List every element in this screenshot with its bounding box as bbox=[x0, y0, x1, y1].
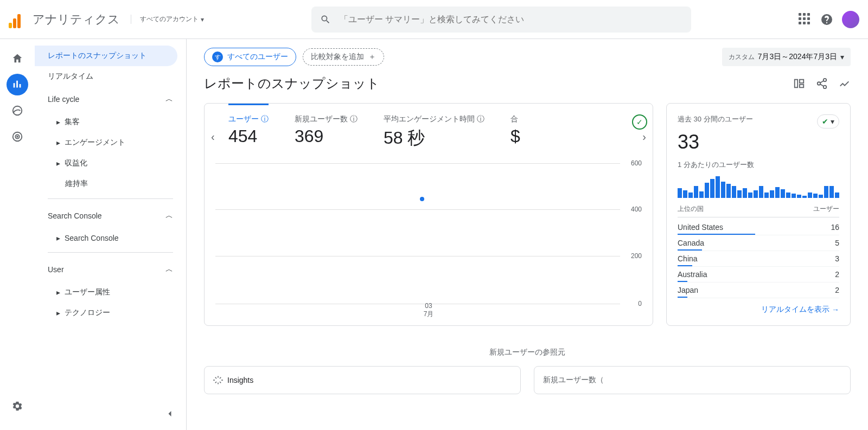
nav-monetization[interactable]: ▸収益化 bbox=[35, 153, 186, 174]
nav-section-lifecycle[interactable]: Life cycle ︿ bbox=[35, 87, 186, 112]
svg-rect-5 bbox=[800, 80, 803, 83]
spark-bar bbox=[802, 196, 807, 198]
country-name: China bbox=[678, 254, 698, 263]
col-country: 上位の国 bbox=[678, 204, 704, 214]
svg-point-9 bbox=[824, 86, 827, 89]
prev-metric-button[interactable]: ‹ bbox=[211, 131, 215, 143]
spark-bar bbox=[726, 184, 731, 198]
country-row: Japan2 bbox=[678, 283, 839, 298]
search-box[interactable] bbox=[311, 7, 691, 33]
spark-bar bbox=[819, 195, 823, 198]
spark-bar bbox=[781, 189, 785, 198]
report-sidebar: レポートのスナップショット リアルタイム Life cycle ︿ ▸集客 ▸エ… bbox=[35, 39, 187, 430]
realtime-view-link[interactable]: リアルタイムを表示 → bbox=[678, 305, 839, 315]
next-metric-button[interactable]: › bbox=[642, 131, 646, 143]
apps-grid-icon[interactable] bbox=[799, 13, 812, 26]
data-point bbox=[420, 197, 424, 201]
spark-bar bbox=[797, 195, 801, 198]
nav-realtime[interactable]: リアルタイム bbox=[35, 66, 186, 87]
spark-bar bbox=[683, 190, 687, 198]
ga-logo-icon bbox=[9, 11, 26, 28]
chip-add-compare[interactable]: 比較対象を追加 ＋ bbox=[303, 48, 384, 66]
divider bbox=[48, 198, 173, 199]
country-name: Japan bbox=[678, 286, 698, 294]
divider bbox=[48, 252, 173, 253]
new-users-channel-card[interactable]: 新規ユーザー数（ bbox=[534, 366, 851, 394]
col-users: ユーザー bbox=[813, 204, 839, 214]
caret-down-icon: ▾ bbox=[840, 53, 844, 61]
rail-reports-icon[interactable] bbox=[7, 74, 28, 95]
svg-rect-4 bbox=[795, 80, 798, 88]
y-tick: 400 bbox=[631, 206, 642, 213]
user-avatar[interactable] bbox=[842, 11, 859, 28]
x-tick: 037月 bbox=[424, 302, 434, 319]
nav-retention[interactable]: 維持率 bbox=[35, 174, 186, 194]
country-row: China3 bbox=[678, 251, 839, 267]
svg-point-7 bbox=[824, 79, 827, 82]
date-range-picker[interactable]: カスタム 7月3日～2024年7月3日 ▾ bbox=[722, 48, 851, 66]
country-row: Canada5 bbox=[678, 235, 839, 251]
nav-section-search-console[interactable]: Search Console ︿ bbox=[35, 203, 186, 228]
filter-row: す すべてのユーザー 比較対象を追加 ＋ カスタム 7月3日～2024年7月3日… bbox=[204, 48, 851, 66]
date-range-value: 7月3日～2024年7月3日 bbox=[758, 52, 837, 62]
nav-technology[interactable]: ▸テクノロジー bbox=[35, 303, 186, 323]
spark-bar bbox=[710, 179, 714, 198]
chip-label: すべてのユーザー bbox=[227, 52, 288, 62]
caret-down-icon: ▾ bbox=[831, 117, 834, 126]
nav-engagement[interactable]: ▸エンゲージメント bbox=[35, 132, 186, 153]
check-circle-icon: ✔ bbox=[822, 117, 828, 126]
nav-acquisition[interactable]: ▸集客 bbox=[35, 112, 186, 132]
insights-card[interactable]: Insights bbox=[204, 366, 521, 394]
spark-bar bbox=[808, 192, 812, 198]
spark-bar bbox=[835, 192, 839, 198]
country-name: Australia bbox=[678, 270, 707, 279]
metric-value: $ bbox=[510, 126, 527, 146]
country-row: Australia2 bbox=[678, 267, 839, 283]
help-icon[interactable] bbox=[820, 13, 833, 26]
realtime-status-pill[interactable]: ✔ ▾ bbox=[817, 114, 839, 129]
nav-section-user[interactable]: User ︿ bbox=[35, 257, 186, 282]
search-input[interactable] bbox=[340, 15, 682, 24]
metric-revenue[interactable]: 合 $ bbox=[510, 114, 527, 146]
spark-bar bbox=[716, 176, 720, 198]
svg-rect-6 bbox=[800, 85, 803, 88]
country-users: 2 bbox=[835, 286, 839, 294]
metric-new-users[interactable]: 新規ユーザー数ⓘ 369 bbox=[295, 114, 358, 146]
spark-bar bbox=[699, 191, 704, 198]
chevron-left-icon bbox=[164, 408, 175, 419]
chip-all-users[interactable]: す すべてのユーザー bbox=[204, 48, 296, 66]
insights-icon[interactable] bbox=[839, 78, 851, 89]
country-users: 2 bbox=[835, 270, 839, 279]
spark-bar bbox=[721, 182, 725, 198]
help-icon: ⓘ bbox=[350, 114, 358, 124]
share-icon[interactable] bbox=[816, 78, 828, 89]
app-title: アナリティクス bbox=[33, 11, 120, 28]
page-title: レポートのスナップショット bbox=[204, 75, 380, 92]
realtime-users-value: 33 bbox=[678, 131, 839, 153]
country-users: 5 bbox=[835, 239, 839, 247]
account-picker[interactable]: すべてのアカウント ▾ bbox=[131, 15, 204, 24]
spark-bar bbox=[737, 190, 742, 198]
caret-right-icon: ▸ bbox=[56, 309, 60, 317]
rail-advertising-icon[interactable] bbox=[7, 126, 28, 147]
rail-settings-icon[interactable] bbox=[7, 395, 28, 417]
metric-users[interactable]: ユーザーⓘ 454 bbox=[228, 104, 269, 146]
spark-bar bbox=[764, 192, 769, 198]
help-icon: ⓘ bbox=[477, 114, 484, 124]
chip-badge: す bbox=[212, 52, 223, 62]
nav-search-console[interactable]: ▸Search Console bbox=[35, 228, 186, 248]
nav-user-attributes[interactable]: ▸ユーザー属性 bbox=[35, 282, 186, 303]
y-tick: 200 bbox=[631, 252, 642, 260]
metric-avg-engagement[interactable]: 平均エンゲージメント時間ⓘ 58 秒 bbox=[384, 114, 484, 150]
spark-bar bbox=[829, 186, 834, 198]
collapse-sidebar-button[interactable] bbox=[164, 408, 175, 419]
rail-explore-icon[interactable] bbox=[7, 100, 28, 121]
rail-home-icon[interactable] bbox=[7, 48, 28, 69]
spark-bar bbox=[813, 194, 818, 198]
nav-report-snapshot[interactable]: レポートのスナップショット bbox=[35, 46, 177, 66]
customize-icon[interactable] bbox=[793, 78, 805, 89]
chip-label: 比較対象を追加 bbox=[311, 52, 364, 62]
status-ok-icon[interactable]: ✓ bbox=[632, 114, 647, 130]
country-row: United States16 bbox=[678, 220, 839, 235]
spark-bar bbox=[705, 183, 709, 198]
